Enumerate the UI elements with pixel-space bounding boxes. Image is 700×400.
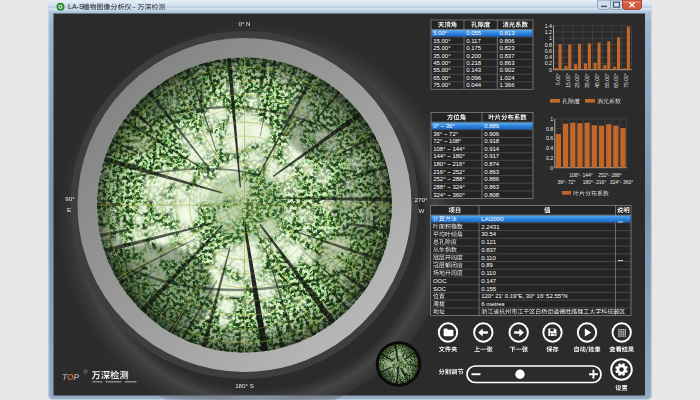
svg-text:55.00°: 55.00° <box>604 73 610 88</box>
svg-text:36° ~ 72°: 36° ~ 72° <box>433 131 459 137</box>
svg-text:1.366: 1.366 <box>500 82 516 88</box>
svg-text:0.6: 0.6 <box>546 135 553 141</box>
svg-text:90°: 90° <box>65 195 75 202</box>
svg-text:0.902: 0.902 <box>500 67 516 73</box>
svg-text:0.2: 0.2 <box>546 155 553 161</box>
svg-text:0.4: 0.4 <box>546 145 553 151</box>
svg-text:55.00°: 55.00° <box>433 67 451 73</box>
svg-text:0.8: 0.8 <box>545 42 552 48</box>
svg-text:0.143: 0.143 <box>466 67 482 73</box>
svg-text:0.110: 0.110 <box>481 255 496 261</box>
svg-text:180° S: 180° S <box>235 382 254 389</box>
svg-text:75.00°: 75.00° <box>433 82 451 88</box>
svg-text:0.89: 0.89 <box>481 262 493 268</box>
svg-text:0.6: 0.6 <box>545 48 552 54</box>
svg-text:0.874: 0.874 <box>484 161 500 167</box>
svg-text:1.024: 1.024 <box>500 75 516 81</box>
svg-text:5.00°: 5.00° <box>433 30 448 36</box>
svg-text:75.00°: 75.00° <box>623 73 629 88</box>
svg-text:0.906: 0.906 <box>484 131 500 137</box>
svg-text:0.147: 0.147 <box>481 278 497 284</box>
svg-text:E: E <box>67 206 71 213</box>
svg-text:216° ~ 252°: 216° ~ 252° <box>433 169 465 175</box>
svg-text:252°- 288°: 252°- 288° <box>598 172 622 178</box>
svg-text:270°: 270° <box>415 196 428 203</box>
svg-text:0: 0 <box>550 165 553 171</box>
svg-text:LA-S: LA-S <box>68 3 84 10</box>
svg-text:45.00°: 45.00° <box>433 60 451 66</box>
svg-text:25.00°: 25.00° <box>574 73 580 88</box>
svg-text:25.00°: 25.00° <box>433 45 451 51</box>
svg-text:0.914: 0.914 <box>484 146 500 152</box>
svg-text:45.00°: 45.00° <box>594 73 600 88</box>
svg-text:15.00°: 15.00° <box>433 38 451 44</box>
svg-text:0.055: 0.055 <box>466 30 482 36</box>
svg-text:1: 1 <box>550 116 553 122</box>
svg-text:1.4: 1.4 <box>545 23 552 29</box>
svg-text:0.823: 0.823 <box>500 45 516 51</box>
svg-text:0.863: 0.863 <box>500 60 516 66</box>
svg-text:108°- 144°: 108°- 144° <box>569 172 593 178</box>
svg-text:0.863: 0.863 <box>484 169 500 175</box>
svg-text:0.2: 0.2 <box>545 60 552 66</box>
svg-text:SOC: SOC <box>433 286 447 292</box>
svg-text:2.2431: 2.2431 <box>481 224 500 230</box>
svg-text:0° N: 0° N <box>238 20 250 27</box>
svg-text:0.175: 0.175 <box>466 45 482 51</box>
svg-text:0.200: 0.200 <box>466 53 482 59</box>
svg-text:15.00°: 15.00° <box>565 73 571 88</box>
svg-text:324° ~ 360°: 324° ~ 360° <box>433 192 465 198</box>
svg-text:W: W <box>419 207 425 214</box>
svg-text:0.096: 0.096 <box>466 75 482 81</box>
svg-text:0.155: 0.155 <box>481 286 497 292</box>
svg-text:180°- 216°: 180°- 216° <box>583 179 607 185</box>
svg-text:252° ~ 288°: 252° ~ 288° <box>433 176 465 182</box>
svg-text:0.808: 0.808 <box>484 192 500 198</box>
svg-text:0.886: 0.886 <box>484 123 500 129</box>
svg-text:P: P <box>74 372 80 382</box>
svg-text:30.54: 30.54 <box>481 231 497 237</box>
svg-text:0.863: 0.863 <box>484 184 500 190</box>
svg-text:1.2: 1.2 <box>545 29 552 35</box>
svg-text:108° ~ 144°: 108° ~ 144° <box>433 146 465 152</box>
svg-text:0.837: 0.837 <box>481 247 497 253</box>
svg-text:144° ~ 180°: 144° ~ 180° <box>433 153 465 159</box>
svg-text:72° ~ 108°: 72° ~ 108° <box>433 138 462 144</box>
svg-text:6 metres: 6 metres <box>481 301 504 307</box>
svg-text:0.218: 0.218 <box>466 60 482 66</box>
svg-text:0° ~ 36°: 0° ~ 36° <box>433 123 455 129</box>
svg-text:35.00°: 35.00° <box>433 53 451 59</box>
svg-text:0.8: 0.8 <box>546 126 553 132</box>
svg-text:36°- 72°: 36°- 72° <box>557 179 575 185</box>
svg-text:0: 0 <box>549 67 552 73</box>
svg-text:1: 1 <box>549 35 552 41</box>
svg-text:LAI2000: LAI2000 <box>481 216 504 222</box>
svg-text:65.00°: 65.00° <box>433 75 451 81</box>
svg-text:5.00°: 5.00° <box>555 73 561 85</box>
svg-text:288° ~ 324°: 288° ~ 324° <box>433 184 465 190</box>
svg-text:0.813: 0.813 <box>500 30 516 36</box>
svg-text:0.806: 0.806 <box>500 38 516 44</box>
svg-text:180° ~ 216°: 180° ~ 216° <box>433 161 465 167</box>
svg-text:0.917: 0.917 <box>484 153 500 159</box>
svg-text:35.00°: 35.00° <box>584 73 590 88</box>
svg-text:0.886: 0.886 <box>484 176 500 182</box>
svg-text:0.117: 0.117 <box>466 38 481 44</box>
svg-text:0.044: 0.044 <box>466 82 482 88</box>
svg-text:0.837: 0.837 <box>500 53 516 59</box>
svg-text:0.4: 0.4 <box>545 54 552 60</box>
svg-text:120° 21′ 0.19″E, 30° 16′ 52.5: 120° 21′ 0.19″E, 30° 16′ 52.55″N <box>481 293 567 299</box>
svg-text:0.110: 0.110 <box>481 270 496 276</box>
svg-text:OOC: OOC <box>433 278 447 284</box>
svg-text:324°- 360°: 324°- 360° <box>610 179 634 185</box>
svg-text:0.121: 0.121 <box>481 239 497 245</box>
svg-text:65.00°: 65.00° <box>613 73 619 88</box>
svg-text:0.918: 0.918 <box>484 138 500 144</box>
